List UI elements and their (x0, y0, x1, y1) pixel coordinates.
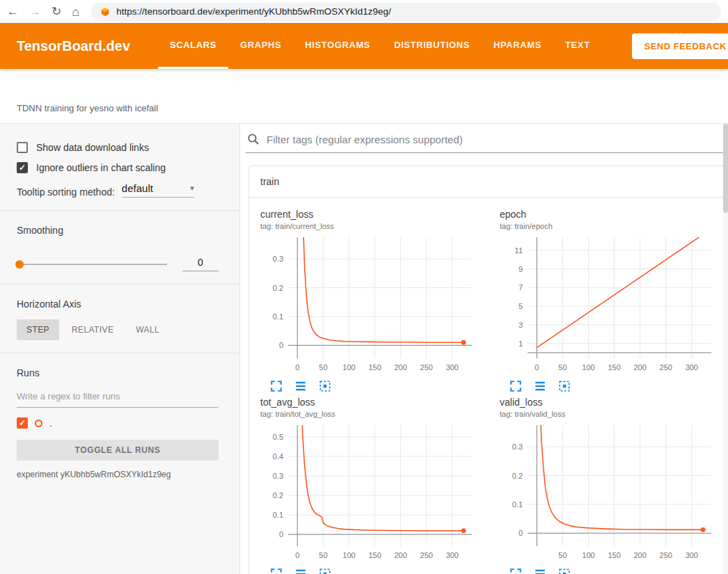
tag-filter-input[interactable] (267, 134, 728, 145)
chart-plot[interactable]: 00.10.20.3050100150200250300 (260, 233, 476, 376)
checkbox-label: Ignore outliers in chart scaling (36, 162, 166, 173)
svg-text:150: 150 (608, 551, 620, 559)
fit-domain-icon[interactable] (558, 380, 571, 392)
fit-domain-icon[interactable] (319, 380, 331, 392)
runs-label: Runs (17, 367, 219, 378)
refresh-icon[interactable]: ↻ (52, 6, 61, 17)
tab-histograms[interactable]: HISTOGRAMS (293, 23, 382, 69)
svg-text:50: 50 (319, 363, 327, 372)
svg-text:50: 50 (558, 363, 567, 372)
chart-card-valid_loss: valid_losstag: train/valid_loss00.10.20.… (500, 397, 728, 574)
svg-text:5: 5 (519, 302, 523, 310)
run-row[interactable]: ✓ . (17, 417, 219, 429)
fullscreen-icon[interactable] (270, 380, 283, 392)
url-text: https://tensorboard.dev/experiment/yKUbh… (116, 6, 391, 17)
svg-text:9: 9 (519, 265, 523, 273)
chart-toolbar (260, 376, 491, 392)
toggle-all-runs-button[interactable]: TOGGLE ALL RUNS (17, 440, 219, 461)
content: Show data download links✓Ignore outliers… (0, 124, 728, 574)
chart-toolbar (500, 564, 728, 574)
scrollbar-thumb[interactable] (723, 124, 728, 213)
fit-lines-icon[interactable] (534, 568, 546, 574)
axis-option-step[interactable]: STEP (17, 319, 59, 340)
browser-toolbar: ← → ↻ ⌂ https://tensorboard.dev/experime… (0, 0, 728, 23)
chart-toolbar (260, 564, 491, 574)
forward-icon[interactable]: → (29, 6, 41, 17)
screen: ← → ↻ ⌂ https://tensorboard.dev/experime… (0, 0, 728, 574)
svg-text:0.5: 0.5 (273, 433, 283, 441)
main-tabs: SCALARSGRAPHSHISTOGRAMSDISTRIBUTIONSHPAR… (158, 23, 602, 69)
runs-filter-input[interactable] (17, 387, 219, 408)
chart-tag: tag: train/current_loss (260, 222, 491, 230)
checkbox-unchecked-icon[interactable] (17, 142, 28, 153)
checkbox-checked-icon[interactable]: ✓ (17, 162, 28, 173)
fit-domain-icon[interactable] (558, 568, 571, 574)
chart-card-current_loss: current_losstag: train/current_loss00.10… (260, 209, 491, 392)
chart-toolbar (500, 376, 728, 392)
fit-lines-icon[interactable] (534, 380, 546, 392)
svg-text:0.1: 0.1 (273, 511, 283, 519)
chart-plot[interactable]: 00.10.20.350100150200250300 (500, 421, 715, 564)
horizontal-axis-options: STEPRELATIVEWALL (17, 319, 219, 340)
tab-hparams[interactable]: HPARAMS (482, 23, 553, 69)
run-checkbox[interactable]: ✓ (17, 417, 28, 429)
tooltip-sorting-select[interactable]: default ▾ (122, 182, 194, 198)
send-feedback-button[interactable]: SEND FEEDBACK (632, 33, 728, 59)
svg-text:0.2: 0.2 (512, 472, 523, 480)
svg-text:0.1: 0.1 (512, 500, 523, 509)
horizontal-axis-label: Horizontal Axis (17, 298, 219, 310)
smoothing-value[interactable]: 0 (182, 257, 219, 271)
home-icon[interactable]: ⌂ (72, 6, 79, 18)
chart-card-epoch: epochtag: train/epoch1357911050100150200… (500, 209, 728, 392)
svg-text:100: 100 (342, 363, 355, 372)
settings-checkbox-row-0[interactable]: Show data download links (17, 142, 219, 153)
fullscreen-icon[interactable] (509, 380, 522, 392)
chevron-down-icon: ▾ (190, 184, 194, 193)
fullscreen-icon[interactable] (270, 568, 283, 574)
svg-text:7: 7 (519, 283, 523, 292)
smoothing-slider[interactable] (17, 264, 167, 265)
tab-text[interactable]: TEXT (553, 23, 602, 69)
fit-lines-icon[interactable] (294, 380, 307, 392)
tensorboard-favicon (100, 7, 110, 17)
slider-thumb-icon[interactable] (15, 260, 24, 269)
svg-text:200: 200 (633, 551, 646, 559)
tooltip-sorting: Tooltip sorting method: default ▾ (17, 182, 219, 198)
fit-lines-icon[interactable] (294, 568, 307, 574)
tab-graphs[interactable]: GRAPHS (228, 23, 293, 69)
group-title[interactable]: train (249, 166, 728, 198)
settings-sidebar: Show data download links✓Ignore outliers… (0, 124, 240, 574)
chart-plot[interactable]: 00.10.20.30.40.5050100150200250300 (260, 421, 476, 564)
smoothing-label: Smoothing (17, 225, 219, 236)
back-icon[interactable]: ← (7, 6, 19, 17)
axis-option-wall[interactable]: WALL (126, 319, 169, 340)
tag-filter (246, 133, 728, 153)
svg-text:150: 150 (368, 551, 381, 559)
svg-text:50: 50 (319, 551, 327, 559)
settings-checkbox-row-1[interactable]: ✓Ignore outliers in chart scaling (17, 162, 219, 173)
tensorboard-logo[interactable]: TensorBoard.dev (17, 38, 130, 54)
svg-text:100: 100 (582, 363, 594, 372)
svg-text:0.2: 0.2 (273, 491, 283, 500)
svg-text:150: 150 (368, 363, 381, 372)
svg-text:250: 250 (660, 551, 672, 559)
tab-scalars[interactable]: SCALARS (158, 23, 228, 69)
svg-text:250: 250 (660, 363, 672, 372)
svg-text:0.3: 0.3 (273, 472, 283, 480)
svg-text:0: 0 (279, 341, 283, 349)
tab-distributions[interactable]: DISTRIBUTIONS (382, 23, 482, 69)
fullscreen-icon[interactable] (509, 568, 522, 574)
fit-domain-icon[interactable] (319, 568, 331, 574)
svg-text:0.1: 0.1 (273, 312, 283, 321)
svg-text:300: 300 (446, 363, 459, 372)
scrollbar[interactable] (723, 124, 728, 574)
svg-text:0.2: 0.2 (273, 284, 283, 292)
chart-plot[interactable]: 1357911050100150200250300 (500, 233, 715, 376)
run-color-icon (35, 420, 42, 427)
svg-text:250: 250 (420, 363, 433, 372)
chart-title: valid_loss (500, 397, 728, 408)
address-bar[interactable]: https://tensorboard.dev/experiment/yKUbh… (91, 3, 721, 21)
axis-option-relative[interactable]: RELATIVE (62, 319, 123, 340)
svg-text:150: 150 (608, 363, 620, 372)
tooltip-sorting-value: default (122, 182, 153, 194)
